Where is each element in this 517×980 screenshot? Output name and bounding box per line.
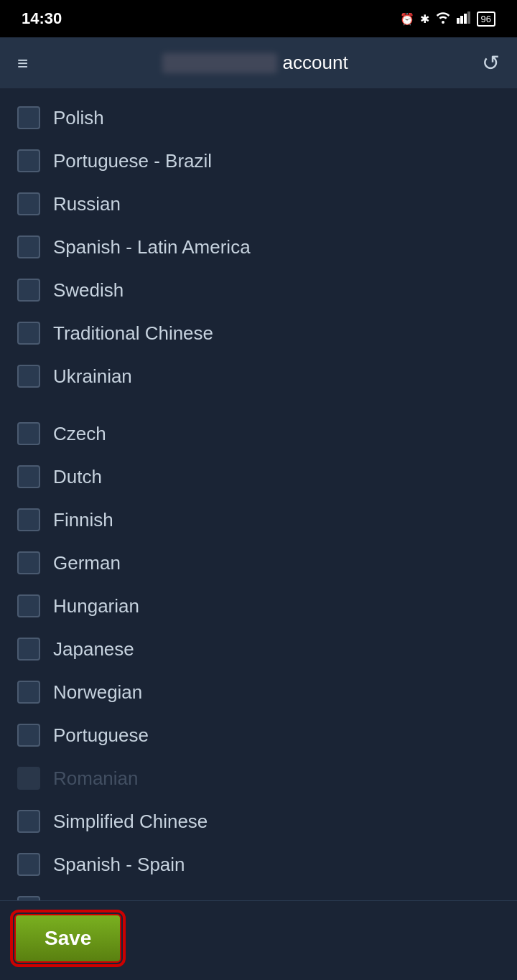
language-label-russian: Russian xyxy=(53,193,121,215)
status-bar: 14:30 ⏰ ✱ 96 xyxy=(0,0,517,37)
language-label-finnish: Finnish xyxy=(53,509,113,531)
language-item-finnish[interactable]: Finnish xyxy=(14,498,503,541)
alarm-icon: ⏰ xyxy=(400,12,414,26)
language-label-portuguese: Portuguese xyxy=(53,724,149,747)
svg-rect-3 xyxy=(467,11,470,24)
status-icons: ⏰ ✱ 96 xyxy=(400,11,495,27)
checkbox-traditional-chinese[interactable] xyxy=(17,322,40,345)
language-label-polish: Polish xyxy=(53,107,104,129)
language-item-ukrainian[interactable]: Ukrainian xyxy=(14,355,503,398)
language-item-traditional-chinese[interactable]: Traditional Chinese xyxy=(14,312,503,355)
checkbox-swedish[interactable] xyxy=(17,279,40,302)
language-label-ukrainian: Ukrainian xyxy=(53,365,132,388)
svg-rect-2 xyxy=(464,14,467,24)
language-item-german[interactable]: German xyxy=(14,541,503,584)
language-label-dutch: Dutch xyxy=(53,466,102,488)
header: ≡ account ↺ xyxy=(0,37,517,89)
language-item-japanese[interactable]: Japanese xyxy=(14,627,503,671)
language-list-group1: PolishPortuguese - BrazilRussianSpanish … xyxy=(14,96,503,398)
bluetooth-icon: ✱ xyxy=(420,12,429,26)
checkbox-simplified-chinese[interactable] xyxy=(17,810,40,833)
checkbox-japanese[interactable] xyxy=(17,638,40,661)
language-item-russian[interactable]: Russian xyxy=(14,182,503,225)
language-item-czech[interactable]: Czech xyxy=(14,412,503,455)
language-item-spanish-latin-america[interactable]: Spanish - Latin America xyxy=(14,225,503,269)
language-item-swedish[interactable]: Swedish xyxy=(14,269,503,312)
language-item-portuguese[interactable]: Portuguese xyxy=(14,714,503,757)
checkbox-spanish-latin-america[interactable] xyxy=(17,235,40,258)
save-button[interactable]: Save xyxy=(14,914,121,963)
language-label-german: German xyxy=(53,552,121,574)
checkbox-spanish-spain[interactable] xyxy=(17,853,40,876)
language-label-czech: Czech xyxy=(53,423,106,445)
language-label-romanian: Romanian xyxy=(53,767,139,790)
language-label-japanese: Japanese xyxy=(53,638,134,661)
status-time: 14:30 xyxy=(22,9,62,28)
bottom-bar: Save xyxy=(0,900,517,980)
checkbox-norwegian[interactable] xyxy=(17,681,40,704)
language-item-romanian: Romanian xyxy=(14,757,503,800)
checkbox-russian[interactable] xyxy=(17,192,40,215)
battery-icon: 96 xyxy=(477,11,495,27)
signal-icon xyxy=(457,11,471,27)
checkbox-german[interactable] xyxy=(17,551,40,574)
refresh-icon[interactable]: ↺ xyxy=(482,50,500,75)
svg-rect-1 xyxy=(460,16,463,24)
language-label-swedish: Swedish xyxy=(53,279,124,302)
language-label-traditional-chinese: Traditional Chinese xyxy=(53,322,213,345)
header-account-label: account xyxy=(283,52,348,74)
checkbox-portuguese[interactable] xyxy=(17,724,40,747)
language-list-group2: CzechDutchFinnishGermanHungarianJapanese… xyxy=(14,412,503,980)
language-label-hungarian: Hungarian xyxy=(53,595,139,617)
language-item-hungarian[interactable]: Hungarian xyxy=(14,584,503,627)
language-item-dutch[interactable]: Dutch xyxy=(14,455,503,498)
content-area: PolishPortuguese - BrazilRussianSpanish … xyxy=(0,89,517,980)
header-username-blurred xyxy=(162,53,277,73)
checkbox-polish[interactable] xyxy=(17,106,40,129)
header-title-area: account xyxy=(28,52,482,74)
language-label-simplified-chinese: Simplified Chinese xyxy=(53,811,208,833)
menu-icon[interactable]: ≡ xyxy=(17,54,28,73)
language-item-spanish-spain[interactable]: Spanish - Spain xyxy=(14,843,503,886)
checkbox-finnish[interactable] xyxy=(17,508,40,531)
checkbox-hungarian[interactable] xyxy=(17,594,40,617)
language-label-portuguese-brazil: Portuguese - Brazil xyxy=(53,150,212,172)
language-item-simplified-chinese[interactable]: Simplified Chinese xyxy=(14,800,503,843)
language-label-spanish-spain: Spanish - Spain xyxy=(53,854,185,876)
checkbox-portuguese-brazil[interactable] xyxy=(17,149,40,172)
language-item-polish[interactable]: Polish xyxy=(14,96,503,139)
checkbox-romanian xyxy=(17,767,40,790)
checkbox-dutch[interactable] xyxy=(17,465,40,488)
language-item-norwegian[interactable]: Norwegian xyxy=(14,671,503,714)
checkbox-ukrainian[interactable] xyxy=(17,365,40,388)
checkbox-czech[interactable] xyxy=(17,422,40,445)
wifi-icon xyxy=(435,11,451,27)
language-label-spanish-latin-america: Spanish - Latin America xyxy=(53,236,251,258)
svg-rect-0 xyxy=(457,18,460,24)
language-label-norwegian: Norwegian xyxy=(53,681,142,704)
language-item-portuguese-brazil[interactable]: Portuguese - Brazil xyxy=(14,139,503,182)
